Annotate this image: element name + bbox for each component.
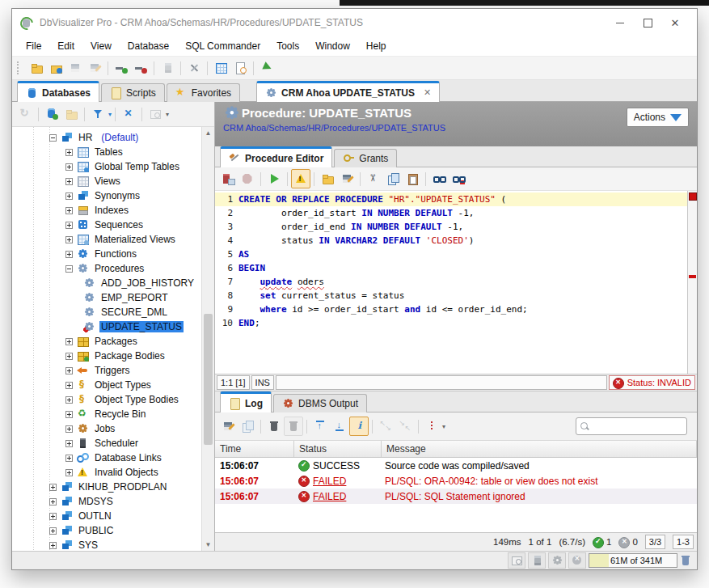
tree-item-jobs[interactable]: Jobs — [12, 421, 214, 436]
code-line-7[interactable]: 7 update oders — [215, 275, 697, 289]
trash-icon[interactable] — [680, 555, 692, 566]
tree-item-tables[interactable]: Tables — [12, 145, 214, 159]
tree-scrollbar[interactable]: ▲ ▼ — [201, 127, 214, 551]
expand-icon[interactable] — [65, 469, 73, 476]
collapse-all-button[interactable] — [119, 104, 138, 124]
clear-button[interactable] — [284, 417, 303, 436]
tab-dbms-output[interactable]: DBMS Output — [273, 394, 367, 412]
close-icon[interactable]: ✕ — [661, 12, 689, 33]
paste-button[interactable] — [403, 169, 422, 188]
range-indicator[interactable]: 1-3 — [673, 535, 694, 549]
tab-favorites[interactable]: Favorites — [167, 83, 240, 102]
tree-item-global-temp-tables[interactable]: Global Temp Tables — [12, 159, 214, 174]
expand-icon[interactable] — [65, 222, 73, 229]
log-search-input[interactable] — [576, 417, 687, 435]
page-indicator[interactable]: 3/3 — [645, 535, 665, 549]
warning-button[interactable] — [291, 169, 310, 188]
tab-log[interactable]: Log — [220, 391, 272, 412]
code-line-4[interactable]: 4 status IN VARCHAR2 DEFAULT 'CLOSED') — [215, 234, 697, 247]
tree-item-sys[interactable]: SYS — [12, 538, 214, 551]
tree-item-procedures[interactable]: Procedures — [12, 261, 214, 276]
copy-button[interactable] — [238, 417, 257, 436]
server-status-button[interactable] — [528, 552, 546, 569]
filter-button[interactable] — [88, 104, 108, 124]
tree-item-database-links[interactable]: Database Links — [12, 451, 214, 465]
grid-window-button[interactable] — [211, 58, 230, 78]
code-line-8[interactable]: 8 set current_status = status — [215, 289, 697, 302]
chevron-down-icon[interactable]: ▾ — [108, 111, 112, 118]
tree-item-mdsys[interactable]: MDSYS — [12, 494, 214, 509]
tree-item-public[interactable]: PUBLIC — [12, 523, 214, 538]
tree-item-outln[interactable]: OUTLN — [12, 509, 214, 523]
tree-item-update-status[interactable]: UPDATE_STATUS — [12, 319, 214, 334]
tree-item-packages[interactable]: Packages — [12, 334, 214, 349]
expand-icon[interactable] — [49, 527, 57, 535]
stop-button[interactable] — [238, 169, 257, 188]
expand-icon[interactable] — [65, 178, 73, 185]
expand-icon[interactable] — [65, 367, 73, 374]
expand-rows-button[interactable] — [376, 417, 395, 436]
tab-scripts[interactable]: Scripts — [101, 83, 165, 102]
clock-history-button[interactable] — [230, 58, 250, 78]
tree-item-recycle-bin[interactable]: Recycle Bin — [12, 407, 214, 421]
code-line-9[interactable]: 9 where id >= order_id_start and id <= o… — [215, 302, 697, 316]
close-tab-icon[interactable]: ✕ — [424, 87, 431, 98]
connect-button[interactable] — [112, 58, 131, 78]
green-arrow-button[interactable] — [257, 58, 276, 78]
expand-icon[interactable] — [49, 498, 57, 506]
connection-tree[interactable]: HR(Default)TablesGlobal Temp TablesViews… — [12, 127, 214, 551]
server-button[interactable] — [158, 58, 177, 78]
tab-grants[interactable]: Grants — [334, 149, 397, 167]
expand-icon[interactable] — [65, 163, 73, 171]
log-row[interactable]: 15:06:07FAILEDPL/SQL: SQL Statement igno… — [215, 489, 697, 504]
toolbar-grip[interactable] — [17, 61, 23, 74]
save-as-button[interactable] — [85, 58, 104, 78]
export-button[interactable] — [218, 417, 238, 436]
gear-status-button[interactable] — [548, 552, 566, 569]
grid-status-button[interactable] — [508, 552, 525, 569]
menu-sql-commander[interactable]: SQL Commander — [178, 38, 268, 54]
column-header-message[interactable]: Message — [382, 441, 697, 457]
tree-item-object-type-bodies[interactable]: Object Type Bodies — [12, 392, 214, 407]
code-line-2[interactable]: 2 order_id_start IN NUMBER DEFAULT -1, — [215, 206, 697, 220]
menu-view[interactable]: View — [83, 38, 119, 54]
expand-icon[interactable] — [65, 149, 73, 156]
expand-icon[interactable] — [65, 338, 73, 345]
find-replace-button[interactable] — [449, 169, 468, 188]
expand-icon[interactable] — [65, 207, 73, 214]
menu-tools[interactable]: Tools — [269, 38, 306, 54]
chevron-down-icon[interactable]: ▾ — [166, 111, 169, 118]
tree-item-functions[interactable]: Functions — [12, 247, 214, 261]
tree-item-views[interactable]: Views — [12, 174, 214, 188]
tree-item-package-bodies[interactable]: Package Bodies — [12, 349, 214, 363]
scroll-bottom-button[interactable] — [330, 417, 349, 436]
execute-button[interactable] — [264, 169, 284, 188]
add-connection-button[interactable] — [42, 104, 61, 124]
error-marker-line7[interactable] — [689, 275, 696, 278]
tab-databases[interactable]: Databases — [17, 81, 99, 102]
error-marker-top[interactable] — [689, 192, 697, 201]
menu-database[interactable]: Database — [120, 38, 176, 54]
folder-open-button[interactable] — [27, 58, 46, 78]
disconnect-button[interactable] — [131, 58, 150, 78]
code-line-10[interactable]: 10END; — [215, 316, 697, 330]
save-button[interactable] — [65, 58, 85, 78]
collapse-icon[interactable] — [65, 265, 73, 273]
save-procedure-button[interactable] — [218, 169, 238, 188]
code-line-1[interactable]: 1CREATE OR REPLACE PROCEDURE "HR"."UPDAT… — [215, 192, 697, 206]
maximize-icon[interactable] — [634, 12, 661, 33]
expand-icon[interactable] — [65, 236, 73, 243]
collapse-rows-button[interactable] — [395, 417, 415, 436]
menu-help[interactable]: Help — [359, 38, 394, 54]
cancel-status-button[interactable] — [568, 552, 586, 569]
column-header-time[interactable]: Time — [215, 441, 294, 457]
expand-icon[interactable] — [65, 396, 73, 404]
actions-button[interactable]: Actions — [627, 108, 689, 127]
cut-button[interactable] — [364, 169, 383, 188]
expand-icon[interactable] — [49, 484, 57, 491]
sql-editor[interactable]: 1CREATE OR REPLACE PROCEDURE "HR"."UPDAT… — [215, 191, 697, 374]
expand-icon[interactable] — [65, 353, 73, 360]
expand-icon[interactable] — [49, 513, 57, 520]
tree-item-secure-dml[interactable]: SECURE_DML — [12, 305, 214, 319]
find-button[interactable] — [429, 169, 449, 188]
